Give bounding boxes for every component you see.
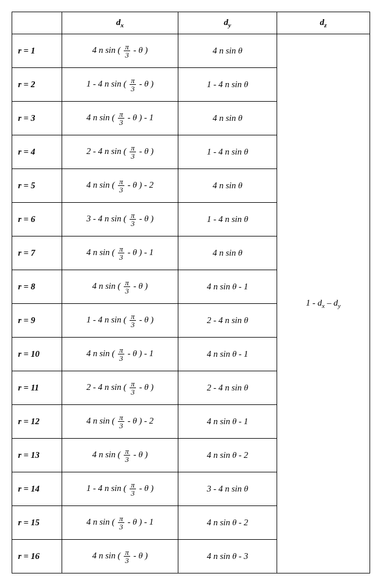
dy-cell: 4 n sin θ xyxy=(178,169,277,203)
dx-cell: 4 n sin ( π3 - θ ) xyxy=(62,270,178,304)
dx-cell: 1 - 4 n sin ( π3 - θ ) xyxy=(62,304,178,338)
row-label: r = 12 xyxy=(12,405,62,439)
dx-cell: 4 n sin ( π3 - θ ) - 1 xyxy=(62,338,178,371)
dy-cell: 1 - 4 n sin θ xyxy=(178,68,277,102)
row-label: r = 7 xyxy=(12,236,62,270)
dx-cell: 2 - 4 n sin ( π3 - θ ) xyxy=(62,371,178,405)
row-label: r = 11 xyxy=(12,371,62,405)
dy-cell: 4 n sin θ xyxy=(178,236,277,270)
header-blank xyxy=(12,12,62,34)
row-label: r = 6 xyxy=(12,203,62,236)
pi-over-3: π3 xyxy=(130,481,136,497)
dx-cell: 3 - 4 n sin ( π3 - θ ) xyxy=(62,203,178,236)
header-dx: dx xyxy=(62,12,178,34)
row-label: r = 14 xyxy=(12,472,62,506)
dx-cell: 4 n sin ( π3 - θ ) - 1 xyxy=(62,102,178,135)
pi-over-3: π3 xyxy=(130,211,136,227)
dy-cell: 4 n sin θ - 1 xyxy=(178,338,277,371)
pi-over-3: π3 xyxy=(124,43,130,59)
dx-cell: 1 - 4 n sin ( π3 - θ ) xyxy=(62,472,178,506)
pi-over-3: π3 xyxy=(118,346,124,362)
dy-cell: 4 n sin θ - 3 xyxy=(178,540,277,573)
dx-cell: 4 n sin ( π3 - θ ) xyxy=(62,540,178,573)
header-dz: dz xyxy=(277,12,370,34)
dy-cell: 4 n sin θ - 1 xyxy=(178,270,277,304)
dx-cell: 2 - 4 n sin ( π3 - θ ) xyxy=(62,135,178,169)
dy-cell: 3 - 4 n sin θ xyxy=(178,472,277,506)
dy-cell: 1 - 4 n sin θ xyxy=(178,203,277,236)
pi-over-3: π3 xyxy=(124,279,130,295)
pi-over-3: π3 xyxy=(124,548,130,564)
header-row: dx dy dz xyxy=(12,12,370,34)
dx-cell: 4 n sin ( π3 - θ ) - 2 xyxy=(62,169,178,203)
row-label: r = 8 xyxy=(12,270,62,304)
dx-cell: 1 - 4 n sin ( π3 - θ ) xyxy=(62,68,178,102)
row-label: r = 9 xyxy=(12,304,62,338)
dy-cell: 2 - 4 n sin θ xyxy=(178,371,277,405)
row-label: r = 5 xyxy=(12,169,62,203)
pi-over-3: π3 xyxy=(118,110,124,126)
pi-over-3: π3 xyxy=(118,245,124,261)
pi-over-3: π3 xyxy=(130,380,136,396)
pi-over-3: π3 xyxy=(118,178,124,193)
dy-cell: 2 - 4 n sin θ xyxy=(178,304,277,338)
row-label: r = 1 xyxy=(12,34,62,68)
row-label: r = 2 xyxy=(12,68,62,102)
row-label: r = 3 xyxy=(12,102,62,135)
dx-cell: 4 n sin ( π3 - θ ) xyxy=(62,34,178,68)
table-row: r = 14 n sin ( π3 - θ )4 n sin θ1 - dx –… xyxy=(12,34,370,68)
dy-cell: 4 n sin θ - 2 xyxy=(178,439,277,472)
pi-over-3: π3 xyxy=(124,447,130,463)
dx-cell: 4 n sin ( π3 - θ ) - 2 xyxy=(62,405,178,439)
row-label: r = 10 xyxy=(12,338,62,371)
pi-over-3: π3 xyxy=(130,77,136,92)
pi-over-3: π3 xyxy=(130,313,136,328)
dx-cell: 4 n sin ( π3 - θ ) - 1 xyxy=(62,506,178,540)
dy-cell: 1 - 4 n sin θ xyxy=(178,135,277,169)
pi-over-3: π3 xyxy=(130,144,136,160)
dy-cell: 4 n sin θ xyxy=(178,34,277,68)
formula-table: dx dy dz r = 14 n sin ( π3 - θ )4 n sin … xyxy=(12,12,370,573)
dx-cell: 4 n sin ( π3 - θ ) - 1 xyxy=(62,236,178,270)
row-label: r = 16 xyxy=(12,540,62,573)
dy-cell: 4 n sin θ xyxy=(178,102,277,135)
row-label: r = 13 xyxy=(12,439,62,472)
dy-cell: 4 n sin θ - 1 xyxy=(178,405,277,439)
row-label: r = 4 xyxy=(12,135,62,169)
pi-over-3: π3 xyxy=(118,515,124,530)
header-dy: dy xyxy=(178,12,277,34)
dz-cell: 1 - dx – dy xyxy=(277,34,370,573)
row-label: r = 15 xyxy=(12,506,62,540)
dy-cell: 4 n sin θ - 2 xyxy=(178,506,277,540)
dx-cell: 4 n sin ( π3 - θ ) xyxy=(62,439,178,472)
pi-over-3: π3 xyxy=(118,414,124,429)
